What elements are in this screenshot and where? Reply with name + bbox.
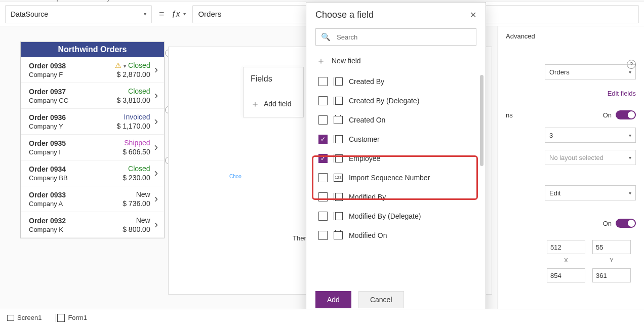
new-field-button[interactable]: ＋ New field bbox=[306, 50, 486, 72]
order-status: Closed bbox=[110, 87, 150, 95]
fx-button[interactable]: ƒx ▾ bbox=[172, 10, 186, 19]
help-icon[interactable]: ? bbox=[627, 60, 636, 69]
orders-gallery: Northwind Orders Order 0938Company F⚠▾ C… bbox=[20, 42, 165, 238]
order-row[interactable]: Order 0932Company KNew$ 800.00› bbox=[21, 212, 164, 238]
checkbox[interactable] bbox=[318, 212, 328, 221]
size-w-input[interactable]: 854 bbox=[547, 268, 585, 282]
chevron-down-icon: ▾ bbox=[629, 69, 631, 75]
close-icon[interactable]: ✕ bbox=[470, 10, 476, 20]
field-option-created-on[interactable]: Created On bbox=[316, 110, 479, 130]
field-type-icon bbox=[334, 193, 343, 201]
ribbon-media[interactable]: Media▾ bbox=[230, 0, 254, 2]
pos-y-input[interactable]: 55 bbox=[592, 240, 631, 254]
scrollbar[interactable] bbox=[480, 75, 484, 166]
size-h-input[interactable]: 361 bbox=[592, 268, 631, 282]
field-option-import-sequence-number[interactable]: 123Import Sequence Number bbox=[316, 168, 479, 187]
order-row[interactable]: Order 0937Company CCClosed$ 3,810.00› bbox=[21, 83, 164, 109]
ribbon-data-table[interactable]: Data table▾ bbox=[134, 0, 170, 2]
field-type-icon bbox=[334, 116, 343, 124]
snap-state: On bbox=[603, 111, 612, 119]
chevron-down-icon: ▾ bbox=[386, 0, 389, 1]
popup-title: Choose a field bbox=[315, 10, 374, 20]
chevron-down-icon: ▾ bbox=[113, 0, 116, 1]
add-button[interactable]: Add bbox=[315, 291, 351, 308]
order-row[interactable]: Order 0938Company F⚠▾ Closed$ 2,870.00› bbox=[21, 57, 164, 83]
order-company: Company I bbox=[29, 148, 110, 156]
order-number: Order 0937 bbox=[29, 88, 110, 96]
checkbox[interactable]: ✓ bbox=[318, 135, 328, 144]
chevron-right-icon: › bbox=[150, 115, 158, 128]
field-label: Created By bbox=[349, 77, 384, 86]
checkbox[interactable] bbox=[318, 231, 328, 240]
field-option-employee[interactable]: ✓Employee bbox=[316, 149, 479, 168]
chevron-right-icon: › bbox=[150, 141, 158, 154]
visible-toggle[interactable] bbox=[616, 219, 636, 228]
mode-select[interactable]: Edit ▾ bbox=[545, 185, 636, 200]
layout-select: No layout selected ▾ bbox=[545, 150, 636, 165]
choose-field-popup: Choose a field ✕ 🔍 ＋ New field Created B… bbox=[306, 2, 486, 316]
edit-fields-link[interactable]: Edit fields bbox=[506, 90, 636, 97]
ribbon-forms[interactable]: Forms▾ bbox=[188, 0, 212, 2]
breadcrumb-form[interactable]: Form1 bbox=[56, 314, 87, 322]
chevron-down-icon: ▾ bbox=[69, 0, 71, 1]
field-label: Created By (Delegate) bbox=[349, 97, 419, 105]
chevron-down-icon: ▾ bbox=[144, 11, 146, 17]
warning-icon: ⚠ bbox=[115, 61, 122, 69]
field-option-modified-on[interactable]: Modified On bbox=[316, 226, 479, 245]
pos-y-label: Y bbox=[592, 257, 631, 263]
field-option-created-by-delegate-[interactable]: Created By (Delegate) bbox=[316, 91, 479, 110]
order-row[interactable]: Order 0936Company YInvoiced$ 1,170.00› bbox=[21, 109, 164, 135]
screen-icon bbox=[7, 315, 14, 321]
columns-value: 3 bbox=[549, 132, 553, 139]
order-row[interactable]: Order 0934Company BBClosed$ 230.00› bbox=[21, 160, 164, 186]
datasource-select[interactable]: Orders ▾ bbox=[545, 64, 636, 79]
order-company: Company CC bbox=[29, 97, 110, 104]
order-row[interactable]: Order 0935Company IShipped$ 606.50› bbox=[21, 135, 164, 160]
columns-select[interactable]: 3 ▾ bbox=[545, 128, 636, 143]
field-search-input[interactable] bbox=[336, 33, 471, 42]
order-row[interactable]: Order 0933Company ANew$ 736.00› bbox=[21, 186, 164, 212]
field-search[interactable]: 🔍 bbox=[315, 28, 476, 46]
checkbox[interactable] bbox=[318, 192, 328, 201]
field-option-modified-by[interactable]: Modified By bbox=[316, 187, 479, 207]
checkbox[interactable]: ✓ bbox=[318, 154, 328, 163]
tab-advanced[interactable]: Advanced bbox=[506, 26, 636, 42]
ribbon-gallery[interactable]: Gallery▾ bbox=[90, 0, 116, 2]
field-list[interactable]: Created ByCreated By (Delegate)Created O… bbox=[306, 72, 486, 284]
checkbox[interactable] bbox=[318, 173, 328, 182]
field-type-icon bbox=[334, 154, 343, 162]
order-number: Order 0935 bbox=[29, 139, 110, 147]
ribbon-icons[interactable]: Icons▾ bbox=[315, 0, 337, 2]
ribbon-input[interactable]: Input▾ bbox=[51, 0, 71, 2]
new-field-label: New field bbox=[332, 57, 361, 65]
field-option-customer[interactable]: ✓Customer bbox=[316, 130, 479, 149]
order-status: New bbox=[110, 190, 150, 198]
field-option-created-by[interactable]: Created By bbox=[316, 72, 479, 91]
fields-panel: Fields ＋ Add field bbox=[243, 67, 304, 117]
property-selector[interactable]: DataSource ▾ bbox=[5, 5, 152, 23]
plus-icon: ＋ bbox=[316, 55, 326, 67]
order-company: Company F bbox=[29, 71, 110, 78]
ribbon-ai-builder[interactable]: AI Builder▾ bbox=[355, 0, 389, 2]
order-status: Shipped bbox=[110, 139, 150, 147]
add-field-button[interactable]: ＋ Add field bbox=[251, 98, 296, 110]
field-type-icon bbox=[334, 212, 343, 220]
layout-value: No layout selected bbox=[549, 154, 603, 161]
chevron-right-icon: › bbox=[150, 192, 158, 206]
snap-label: ns bbox=[506, 111, 513, 119]
chevron-right-icon: › bbox=[150, 218, 158, 231]
mode-value: Edit bbox=[549, 189, 560, 197]
pos-x-input[interactable]: 512 bbox=[547, 240, 585, 254]
checkbox[interactable] bbox=[318, 77, 328, 86]
field-option-modified-by-delegate-[interactable]: Modified By (Delegate) bbox=[316, 207, 479, 226]
snap-toggle[interactable] bbox=[616, 110, 636, 119]
order-amount: $ 800.00 bbox=[110, 225, 150, 233]
checkbox[interactable] bbox=[318, 96, 328, 105]
cancel-button[interactable]: Cancel bbox=[358, 291, 404, 308]
checkbox[interactable] bbox=[318, 115, 328, 125]
ribbon-text[interactable]: Text▾ bbox=[15, 0, 33, 2]
breadcrumb-screen[interactable]: Screen1 bbox=[7, 314, 42, 321]
ribbon-charts[interactable]: Charts▾ bbox=[272, 0, 297, 2]
field-label: Customer bbox=[349, 135, 380, 143]
order-number: Order 0938 bbox=[29, 62, 110, 70]
